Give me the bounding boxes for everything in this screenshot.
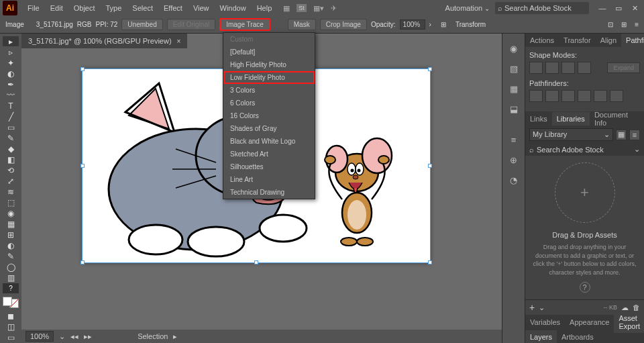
panel-menu-icon[interactable]: ≡ [635,21,639,28]
zoom-field[interactable]: 100% [25,331,54,342]
blend-tool[interactable]: ◯ [3,262,19,272]
tab-asset-export[interactable]: Asset Export [614,311,644,333]
add-chevron-icon[interactable]: ⌄ [539,303,545,312]
crop-image-button[interactable]: Crop Image [320,19,367,30]
color-icon[interactable]: ▧ [506,60,522,77]
library-search[interactable]: Search Adobe Stock [537,146,604,154]
curvature-tool[interactable]: 〰 [3,90,19,100]
add-asset-icon[interactable]: + [555,162,615,223]
lasso-tool[interactable]: ◐ [3,68,19,79]
preset-3-colors[interactable]: 3 Colors [223,84,315,97]
stock-icon[interactable]: St [297,4,307,12]
tab-links[interactable]: Links [525,112,552,126]
close-button[interactable]: ✕ [628,3,641,13]
eyedropper-tool[interactable]: ✎ [3,251,19,261]
column-graph-tool[interactable]: ▥ [3,273,19,283]
direct-selection-tool[interactable]: ▹ [3,47,19,57]
exclude-button[interactable] [578,62,591,74]
unembed-button[interactable]: Unembed [121,19,162,30]
tab-transform[interactable]: Transfor [559,34,596,47]
intersect-button[interactable] [561,62,575,74]
tab-variables[interactable]: Variables [525,315,565,329]
preset-default[interactable]: [Default] [223,46,315,58]
menu-view[interactable]: View [189,2,214,14]
preset-high-fidelity[interactable]: High Fidelity Photo [223,58,315,71]
minus-back-button[interactable] [610,90,623,102]
menu-file[interactable]: File [23,2,44,14]
symbols-icon[interactable]: ≡ [506,132,522,148]
unite-button[interactable] [529,62,543,74]
isolate-icon[interactable]: ⊡ [608,21,613,28]
menu-select[interactable]: Select [127,2,158,14]
align-icon[interactable]: ⊞ [441,21,446,28]
screen-mode[interactable]: ▭ [3,333,19,343]
shape-builder-tool[interactable]: ◉ [3,208,19,218]
minus-front-button[interactable] [545,62,559,74]
width-tool[interactable]: ≋ [3,187,19,197]
preset-line-art[interactable]: Line Art [223,173,315,186]
list-view-icon[interactable]: ≡ [629,130,640,140]
opacity-field[interactable]: 100% [400,19,425,30]
share-icon[interactable]: ✈ [331,4,337,13]
menu-window[interactable]: Window [215,2,251,14]
pen-tool[interactable]: ✒ [3,79,19,89]
tab-appearance[interactable]: Appearance [565,315,614,329]
outline-button[interactable] [594,90,607,102]
restore-button[interactable]: ▭ [612,3,625,13]
scale-tool[interactable]: ⤢ [3,176,19,186]
shaper-tool[interactable]: ◆ [3,144,19,154]
automation-menu[interactable]: Automation ⌄ [441,2,494,14]
more-icon[interactable]: › [429,21,431,28]
tab-align[interactable]: Align [596,34,621,47]
nav-prev-icon[interactable]: ◂◂ [70,332,78,341]
library-selector[interactable]: My Library ⌄ [529,128,613,141]
properties-icon[interactable]: ◉ [506,40,522,56]
free-transform-tool[interactable]: ⬚ [3,197,19,207]
perspective-tool[interactable]: ▦ [3,219,19,229]
tab-layers[interactable]: Layers [525,330,557,343]
preset-shades-of-gray[interactable]: Shades of Gray [223,122,315,135]
menu-help[interactable]: Help [252,2,277,14]
document-tab[interactable]: 3_51761.jpg* @ 100% (RGB/GPU Preview) × [21,34,187,48]
magic-wand-tool[interactable]: ✦ [3,58,19,68]
tab-pathfinder[interactable]: Pathfinder [621,34,644,47]
type-tool[interactable]: T [3,101,19,111]
arrange-icon[interactable]: ▦▾ [313,4,324,13]
mask-button[interactable]: Mask [288,19,316,30]
add-content-button[interactable]: + [529,302,535,313]
merge-button[interactable] [561,90,575,102]
minimize-button[interactable]: — [596,3,609,13]
paintbrush-tool[interactable]: ✎ [3,133,19,143]
delete-icon[interactable]: 🗑 [633,303,640,311]
grid-view-icon[interactable]: ▦ [616,130,627,140]
color-swatch[interactable] [3,297,19,307]
help-tool[interactable]: ? [3,283,19,293]
brushes-icon[interactable]: ⬓ [506,101,522,117]
rectangle-tool[interactable]: ▭ [3,122,19,132]
tab-artboards[interactable]: Artboards [557,330,598,343]
line-tool[interactable]: ╱ [3,111,19,121]
selection-tool[interactable]: ▸ [3,36,19,46]
preset-6-colors[interactable]: 6 Colors [223,97,315,109]
menu-edit[interactable]: Edit [46,2,68,14]
divide-button[interactable] [529,90,543,102]
guide-icon[interactable]: ⊞ [621,21,627,28]
zoom-chevron-icon[interactable]: ⌄ [59,332,65,341]
menu-effect[interactable]: Effect [159,2,187,14]
gradient-tool[interactable]: ◐ [3,240,19,250]
preset-sketched-art[interactable]: Sketched Art [223,148,315,160]
rotate-tool[interactable]: ⟲ [3,165,19,175]
preset-silhouettes[interactable]: Silhouettes [223,160,315,173]
graphic-styles-icon[interactable]: ◔ [506,172,522,188]
tab-actions[interactable]: Actions [525,34,559,47]
fill-mode[interactable]: ◼ [3,311,19,322]
image-trace-button[interactable]: Image Trace [219,18,270,31]
swatches-icon[interactable]: ▦ [506,81,522,97]
stroke-icon[interactable]: ⊕ [506,152,522,168]
preset-low-fidelity[interactable]: Low Fidelity Photo [223,71,315,84]
crop-button[interactable] [578,90,591,102]
trim-button[interactable] [545,90,559,102]
eraser-tool[interactable]: ◧ [3,154,19,164]
linked-file[interactable]: 3_51761.jpg [36,21,73,28]
status-chevron-icon[interactable]: ▸ [173,332,177,341]
